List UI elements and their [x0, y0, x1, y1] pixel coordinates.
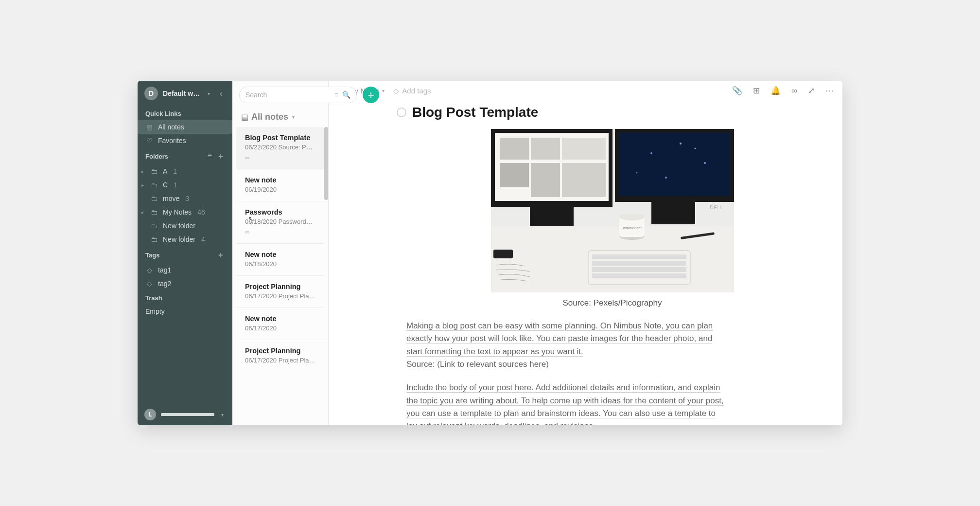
note-title: New note [245, 315, 315, 323]
folder-label: My Notes [163, 208, 192, 216]
note-card[interactable]: New note 06/19/2020 ↖ [236, 169, 324, 201]
search-input[interactable] [245, 91, 331, 99]
svg-rect-9 [562, 163, 606, 197]
filter-icon[interactable]: ≡ [334, 91, 338, 99]
workspace-avatar: D [144, 87, 158, 100]
svg-rect-31 [493, 250, 513, 258]
sidebar-item-favorites[interactable]: ♡ Favorites [138, 134, 232, 147]
heart-icon: ♡ [145, 137, 153, 145]
sidebar-folder-move[interactable]: 🗀 move 3 [138, 192, 232, 205]
note-card[interactable]: Blog Post Template 06/22/2020 Source: Pe… [236, 127, 324, 169]
document-body[interactable]: Blog Post Template [329, 100, 842, 425]
new-note-button[interactable]: ＋ [363, 87, 379, 103]
sidebar-trash-empty[interactable]: Empty [138, 305, 232, 318]
trash-heading: Trash [138, 290, 232, 305]
folder-icon: 🗀 [150, 222, 158, 230]
note-card[interactable]: New note 06/18/2020 [236, 244, 324, 276]
add-tags-label: Add tags [402, 87, 431, 95]
sidebar-folder-a[interactable]: ▸ 🗀 A 1 [138, 164, 232, 178]
content-panel: 🗀 My Notes ▾ ◇ Add tags 📎 ⊞ 🔔 ∞ ⤢ ⋯ [329, 81, 842, 425]
note-meta: 06/22/2020 Source: Pexe… [245, 144, 315, 151]
grid-icon[interactable]: ⊞ [753, 86, 760, 96]
folder-shared-icon: 🗀 [150, 167, 158, 175]
quicklinks-heading: Quick Links [138, 106, 232, 120]
paragraph-1: Making a blog post can be easy with some… [406, 321, 713, 357]
add-folder-icon[interactable]: ＋ [217, 151, 225, 162]
note-card[interactable]: Project Planning 06/17/2020 Project Plan… [236, 276, 324, 308]
sidebar-tag-2[interactable]: ◇ tag2 [138, 277, 232, 290]
folder-label: C [163, 181, 168, 189]
sidebar-folder-my-notes[interactable]: ▸ 🗀 My Notes 46 [138, 205, 232, 219]
folders-label: Folders [145, 153, 168, 160]
user-footer[interactable]: L ▾ [138, 404, 232, 425]
svg-point-15 [704, 162, 706, 164]
tag-icon: ◇ [145, 280, 153, 288]
caret-right-icon[interactable]: ▸ [141, 210, 145, 215]
paragraph-2: Source: (Link to relevant sources here) [406, 360, 549, 369]
topbar-actions: 📎 ⊞ 🔔 ∞ ⤢ ⋯ [732, 86, 834, 96]
svg-point-13 [650, 152, 652, 154]
folder-icon: 🗀 [150, 195, 158, 202]
chevron-down-icon[interactable]: ▾ [382, 88, 385, 93]
folder-count: 46 [197, 208, 205, 216]
search-box[interactable]: ≡ 🔍 [239, 87, 357, 103]
chevron-down-icon[interactable]: ▾ [292, 114, 295, 120]
document-text[interactable]: Making a blog post can be easy with some… [406, 320, 727, 425]
note-meta: 06/18/2020 Passwords … [245, 218, 315, 225]
note-list-heading[interactable]: ▤ All notes ▾ [232, 109, 328, 127]
scrollbar[interactable] [324, 127, 328, 200]
reminder-icon[interactable]: 🔔 [770, 86, 781, 96]
tag-icon: ◇ [145, 266, 153, 274]
note-card[interactable]: Passwords 06/18/2020 Passwords … ∞ [236, 201, 324, 244]
attachment-icon[interactable]: 📎 [732, 86, 742, 96]
note-title: New note [245, 251, 315, 258]
document-title[interactable]: Blog Post Template [412, 105, 538, 120]
note-meta: 06/19/2020 [245, 186, 315, 193]
folder-label: New folder [163, 235, 195, 243]
svg-point-17 [694, 148, 696, 149]
chevron-down-icon[interactable]: ▾ [219, 410, 226, 419]
svg-rect-10 [530, 207, 574, 226]
sidebar-folder-new1[interactable]: 🗀 New folder [138, 219, 232, 233]
svg-rect-6 [562, 138, 606, 160]
folder-shared-icon: 🗀 [150, 235, 158, 243]
add-tag-icon[interactable]: ＋ [217, 250, 225, 260]
sidebar-item-all-notes[interactable]: ▤ All notes [138, 120, 232, 134]
add-tags-button[interactable]: ◇ Add tags [393, 87, 431, 95]
note-title: Passwords [245, 208, 315, 216]
note-card[interactable]: New note 06/17/2020 [236, 308, 324, 340]
tag-label: tag1 [158, 266, 171, 274]
task-circle-icon[interactable] [397, 108, 406, 117]
share-icon[interactable]: ∞ [791, 86, 797, 96]
caret-right-icon[interactable]: ▸ [141, 182, 145, 188]
app-window: D Default wor… ▾ ‹ Quick Links ▤ All not… [138, 81, 842, 425]
chevron-down-icon[interactable]: ▾ [206, 89, 212, 98]
sidebar: D Default wor… ▾ ‹ Quick Links ▤ All not… [138, 81, 232, 425]
caret-right-icon[interactable]: ▸ [141, 169, 145, 174]
sidebar-folder-c[interactable]: ▸ 🗀 C 1 [138, 178, 232, 192]
sidebar-folder-new2[interactable]: 🗀 New folder 4 [138, 233, 232, 246]
note-card[interactable]: Project Planning 06/17/2020 Project Plan… [236, 340, 324, 372]
svg-rect-25 [592, 273, 686, 278]
workspace-switcher[interactable]: D Default wor… ▾ ‹ [138, 81, 232, 106]
svg-rect-4 [500, 138, 529, 160]
sort-icon[interactable]: ≡ [208, 151, 212, 162]
expand-icon[interactable]: ⤢ [808, 86, 815, 96]
svg-point-28 [619, 214, 645, 220]
sidebar-item-label: All notes [158, 123, 184, 131]
sidebar-tag-1[interactable]: ◇ tag1 [138, 263, 232, 277]
sidebar-item-label: Favorites [158, 137, 186, 145]
folder-count: 1 [173, 167, 177, 175]
search-icon[interactable]: 🔍 [342, 91, 350, 99]
trash-empty-label: Empty [145, 307, 165, 315]
quicklinks-label: Quick Links [145, 110, 181, 117]
note-title: New note [245, 176, 315, 184]
svg-rect-5 [531, 138, 560, 160]
more-icon[interactable]: ⋯ [825, 86, 834, 96]
note-list[interactable]: Blog Post Template 06/22/2020 Source: Pe… [232, 127, 328, 425]
svg-rect-23 [592, 261, 686, 266]
folder-count: 1 [174, 181, 177, 189]
collapse-sidebar-icon[interactable]: ‹ [217, 88, 226, 100]
folder-icon: 🗀 [150, 208, 158, 216]
tags-label: Tags [145, 252, 159, 259]
